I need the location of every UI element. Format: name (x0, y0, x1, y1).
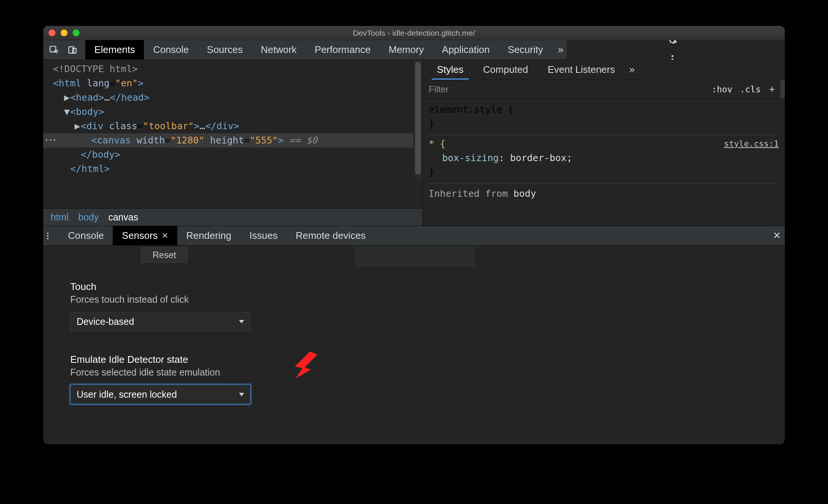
panels-split: <!DOCTYPE html><html lang="en">▶<head>…<… (43, 60, 785, 226)
breadcrumb-html[interactable]: html (51, 212, 68, 223)
window-title: DevTools - idle-detection.glitch.me/ (43, 29, 785, 38)
styles-resize-handle[interactable] (780, 80, 785, 98)
dom-tree[interactable]: <!DOCTYPE html><html lang="en">▶<head>…<… (43, 60, 422, 208)
rule-element-style: element.style { (429, 103, 779, 117)
reset-button[interactable]: Reset (141, 247, 188, 263)
tab-console[interactable]: Console (144, 40, 198, 59)
idle-select-value: User idle, screen locked (77, 389, 177, 400)
rule-brace: } (429, 117, 779, 131)
tab-sources[interactable]: Sources (198, 40, 252, 59)
drawer: Console Sensors✕ Rendering Issues Remote… (43, 226, 785, 444)
svg-rect-1 (69, 47, 74, 53)
main-tabbar: Elements Console Sources Network Perform… (43, 40, 785, 60)
tab-security[interactable]: Security (499, 40, 552, 59)
svg-point-8 (47, 238, 48, 239)
devtools-window: DevTools - idle-detection.glitch.me/ Ele… (43, 26, 785, 444)
tab-network[interactable]: Network (252, 40, 305, 59)
hov-toggle[interactable]: :hov (708, 83, 736, 96)
styles-panel: Styles Computed Event Listeners » :hov .… (423, 60, 785, 226)
tab-elements[interactable]: Elements (85, 40, 144, 59)
rule-prop: box-sizing (442, 152, 499, 163)
window-controls (48, 29, 80, 36)
touch-title: Touch (70, 281, 314, 293)
elements-panel: <!DOCTYPE html><html lang="en">▶<head>…<… (43, 60, 423, 226)
idle-section: Emulate Idle Detector state Forces selec… (43, 331, 314, 404)
main-tabs: Elements Console Sources Network Perform… (85, 40, 552, 59)
touch-section: Touch Forces touch instead of click Devi… (43, 263, 314, 331)
chevron-down-icon (239, 320, 244, 323)
minimize-window-button[interactable] (60, 29, 68, 36)
rule-value: border-box (510, 152, 567, 163)
drawer-tab-console[interactable]: Console (59, 226, 113, 245)
more-tabs-icon[interactable]: » (552, 42, 567, 57)
styles-filter-bar: :hov .cls + (423, 80, 785, 99)
drawer-tabs: Console Sensors✕ Rendering Issues Remote… (43, 226, 785, 246)
styles-tab-styles[interactable]: Styles (427, 60, 473, 80)
chevron-down-icon (239, 393, 244, 396)
dom-tree-row[interactable]: ▼<body> (43, 105, 422, 119)
close-drawer-icon[interactable]: ✕ (769, 230, 785, 241)
drawer-tab-issues[interactable]: Issues (240, 226, 287, 245)
breadcrumb-canvas[interactable]: canvas (108, 212, 138, 223)
dom-tree-row[interactable]: <!DOCTYPE html> (43, 62, 422, 76)
styles-filter-input[interactable] (423, 84, 708, 95)
zoom-window-button[interactable] (73, 29, 80, 36)
dom-tree-row[interactable]: ▶<div class="toolbar">…</div> (43, 119, 422, 133)
styles-tabs: Styles Computed Event Listeners » (423, 60, 785, 80)
breadcrumb: html body canvas (43, 208, 422, 226)
styles-rules[interactable]: element.style { } style.css:1 * { box-si… (423, 99, 785, 226)
styles-more-tabs-icon[interactable]: » (629, 64, 632, 75)
idle-desc: Forces selected idle state emulation (70, 367, 314, 378)
dom-tree-row[interactable]: </html> (43, 162, 422, 176)
svg-point-6 (47, 232, 48, 234)
styles-tab-event-listeners[interactable]: Event Listeners (538, 60, 625, 80)
dom-tree-row[interactable]: <canvas width="1280" height="555"> == $0 (43, 133, 422, 148)
sensors-panel: Reset Touch Forces touch instead of clic… (43, 246, 785, 444)
inherited-from: Inherited from body (429, 184, 779, 201)
dom-tree-row[interactable]: </body> (43, 148, 422, 162)
touch-select-value: Device-based (77, 316, 134, 327)
tab-application[interactable]: Application (433, 40, 499, 59)
device-toolbar-icon[interactable] (64, 43, 81, 57)
new-style-rule-icon[interactable]: + (765, 83, 780, 95)
idle-title: Emulate Idle Detector state (70, 354, 314, 365)
svg-point-3 (672, 55, 674, 57)
dom-tree-row[interactable]: ▶<head>…</head> (43, 91, 422, 105)
drawer-tab-rendering[interactable]: Rendering (177, 226, 240, 245)
touch-desc: Forces touch instead of click (70, 294, 314, 305)
elements-scrollbar[interactable] (413, 60, 422, 180)
breadcrumb-body[interactable]: body (78, 212, 98, 223)
dom-tree-row[interactable]: <html lang="en"> (43, 76, 422, 91)
inspect-element-icon[interactable] (45, 43, 62, 57)
styles-tab-computed[interactable]: Computed (473, 60, 538, 80)
titlebar: DevTools - idle-detection.glitch.me/ (43, 26, 785, 40)
touch-select[interactable]: Device-based (70, 312, 251, 331)
tab-memory[interactable]: Memory (379, 40, 433, 59)
svg-rect-2 (73, 48, 76, 53)
close-sensors-tab-icon[interactable]: ✕ (162, 231, 168, 241)
svg-point-7 (47, 235, 48, 236)
cls-toggle[interactable]: .cls (736, 83, 765, 96)
drawer-tab-remote-devices[interactable]: Remote devices (287, 226, 375, 245)
tab-performance[interactable]: Performance (306, 40, 380, 59)
drawer-tab-sensors[interactable]: Sensors✕ (113, 226, 177, 245)
drawer-menu-icon[interactable] (46, 232, 59, 240)
idle-select[interactable]: User idle, screen locked (70, 385, 251, 404)
rule-selector: * { (429, 138, 446, 149)
ghost-panel (355, 246, 475, 267)
rule-brace-2: } (429, 165, 779, 180)
rule-source-link[interactable]: style.css:1 (724, 137, 779, 151)
close-window-button[interactable] (48, 29, 56, 36)
